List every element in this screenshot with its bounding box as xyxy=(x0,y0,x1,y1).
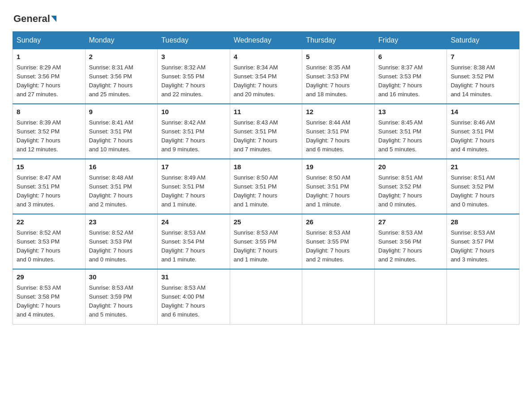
day-number: 28 xyxy=(450,217,515,227)
calendar-cell: 30Sunrise: 8:53 AMSunset: 3:59 PMDayligh… xyxy=(85,269,158,324)
day-info: Sunrise: 8:35 AMSunset: 3:53 PMDaylight:… xyxy=(306,64,350,98)
calendar-cell: 17Sunrise: 8:49 AMSunset: 3:51 PMDayligh… xyxy=(158,159,230,214)
day-info: Sunrise: 8:53 AMSunset: 3:55 PMDaylight:… xyxy=(306,229,350,263)
calendar-cell: 24Sunrise: 8:53 AMSunset: 3:54 PMDayligh… xyxy=(158,214,230,269)
day-info: Sunrise: 8:32 AMSunset: 3:55 PMDaylight:… xyxy=(161,64,206,98)
day-info: Sunrise: 8:51 AMSunset: 3:52 PMDaylight:… xyxy=(450,174,495,208)
calendar-week-row: 29Sunrise: 8:53 AMSunset: 3:58 PMDayligh… xyxy=(13,269,519,324)
calendar-cell: 2Sunrise: 8:31 AMSunset: 3:56 PMDaylight… xyxy=(85,49,158,104)
day-number: 26 xyxy=(306,217,371,227)
day-info: Sunrise: 8:49 AMSunset: 3:51 PMDaylight:… xyxy=(161,174,206,208)
calendar-cell: 20Sunrise: 8:51 AMSunset: 3:52 PMDayligh… xyxy=(374,159,447,214)
day-number: 7 xyxy=(450,52,515,62)
day-info: Sunrise: 8:29 AMSunset: 3:56 PMDaylight:… xyxy=(17,64,61,98)
day-info: Sunrise: 8:53 AMSunset: 3:54 PMDaylight:… xyxy=(161,229,206,263)
day-number: 15 xyxy=(17,162,82,172)
day-number: 9 xyxy=(89,107,154,117)
calendar-cell: 16Sunrise: 8:48 AMSunset: 3:51 PMDayligh… xyxy=(85,159,158,214)
day-number: 14 xyxy=(450,107,515,117)
day-info: Sunrise: 8:50 AMSunset: 3:51 PMDaylight:… xyxy=(234,174,278,208)
calendar-cell xyxy=(374,269,447,324)
calendar-cell: 29Sunrise: 8:53 AMSunset: 3:58 PMDayligh… xyxy=(13,269,86,324)
calendar-cell: 26Sunrise: 8:53 AMSunset: 3:55 PMDayligh… xyxy=(302,214,375,269)
day-number: 6 xyxy=(378,52,443,62)
day-info: Sunrise: 8:48 AMSunset: 3:51 PMDaylight:… xyxy=(89,174,133,208)
day-number: 22 xyxy=(17,217,82,227)
day-info: Sunrise: 8:53 AMSunset: 3:57 PMDaylight:… xyxy=(450,229,495,263)
day-info: Sunrise: 8:52 AMSunset: 3:53 PMDaylight:… xyxy=(89,229,133,263)
logo: General xyxy=(13,13,56,24)
calendar-cell: 28Sunrise: 8:53 AMSunset: 3:57 PMDayligh… xyxy=(447,214,519,269)
day-number: 30 xyxy=(89,272,154,283)
day-info: Sunrise: 8:51 AMSunset: 3:52 PMDaylight:… xyxy=(378,174,423,208)
calendar-cell: 7Sunrise: 8:38 AMSunset: 3:52 PMDaylight… xyxy=(447,49,519,104)
day-number: 12 xyxy=(306,107,371,117)
day-number: 8 xyxy=(17,107,82,117)
calendar-cell: 18Sunrise: 8:50 AMSunset: 3:51 PMDayligh… xyxy=(230,159,302,214)
day-number: 1 xyxy=(17,52,82,62)
weekday-header-monday: Monday xyxy=(85,32,158,49)
weekday-header-thursday: Thursday xyxy=(302,32,375,49)
day-number: 18 xyxy=(234,162,299,172)
calendar-cell: 23Sunrise: 8:52 AMSunset: 3:53 PMDayligh… xyxy=(85,214,158,269)
day-info: Sunrise: 8:31 AMSunset: 3:56 PMDaylight:… xyxy=(89,64,133,98)
day-info: Sunrise: 8:46 AMSunset: 3:51 PMDaylight:… xyxy=(450,119,495,153)
day-info: Sunrise: 8:41 AMSunset: 3:51 PMDaylight:… xyxy=(89,119,133,153)
day-info: Sunrise: 8:42 AMSunset: 3:51 PMDaylight:… xyxy=(161,119,206,153)
calendar-week-row: 22Sunrise: 8:52 AMSunset: 3:53 PMDayligh… xyxy=(13,214,519,269)
day-info: Sunrise: 8:53 AMSunset: 3:59 PMDaylight:… xyxy=(89,284,133,318)
calendar-cell: 31Sunrise: 8:53 AMSunset: 4:00 PMDayligh… xyxy=(158,269,230,324)
day-number: 29 xyxy=(17,272,82,283)
day-info: Sunrise: 8:37 AMSunset: 3:53 PMDaylight:… xyxy=(378,64,423,98)
day-number: 21 xyxy=(450,162,515,172)
calendar-cell: 13Sunrise: 8:45 AMSunset: 3:51 PMDayligh… xyxy=(374,104,447,159)
calendar-week-row: 1Sunrise: 8:29 AMSunset: 3:56 PMDaylight… xyxy=(13,49,519,104)
calendar-cell: 21Sunrise: 8:51 AMSunset: 3:52 PMDayligh… xyxy=(447,159,519,214)
calendar-cell: 12Sunrise: 8:44 AMSunset: 3:51 PMDayligh… xyxy=(302,104,375,159)
day-info: Sunrise: 8:38 AMSunset: 3:52 PMDaylight:… xyxy=(450,64,495,98)
day-number: 10 xyxy=(161,107,226,117)
calendar-cell: 6Sunrise: 8:37 AMSunset: 3:53 PMDaylight… xyxy=(374,49,447,104)
calendar-cell: 4Sunrise: 8:34 AMSunset: 3:54 PMDaylight… xyxy=(230,49,302,104)
page-header: General xyxy=(9,9,523,24)
day-info: Sunrise: 8:53 AMSunset: 3:56 PMDaylight:… xyxy=(378,229,423,263)
calendar-cell xyxy=(230,269,302,324)
day-number: 13 xyxy=(378,107,443,117)
logo-general: General xyxy=(13,13,50,24)
day-info: Sunrise: 8:52 AMSunset: 3:53 PMDaylight:… xyxy=(17,229,61,263)
calendar-cell: 25Sunrise: 8:53 AMSunset: 3:55 PMDayligh… xyxy=(230,214,302,269)
day-info: Sunrise: 8:34 AMSunset: 3:54 PMDaylight:… xyxy=(234,64,278,98)
day-info: Sunrise: 8:53 AMSunset: 3:55 PMDaylight:… xyxy=(234,229,278,263)
day-number: 4 xyxy=(234,52,299,62)
calendar-cell: 3Sunrise: 8:32 AMSunset: 3:55 PMDaylight… xyxy=(158,49,230,104)
calendar-cell: 1Sunrise: 8:29 AMSunset: 3:56 PMDaylight… xyxy=(13,49,86,104)
calendar-cell xyxy=(302,269,375,324)
day-number: 25 xyxy=(234,217,299,227)
day-number: 2 xyxy=(89,52,154,62)
logo-arrow-icon xyxy=(51,16,56,22)
day-info: Sunrise: 8:45 AMSunset: 3:51 PMDaylight:… xyxy=(378,119,423,153)
day-number: 19 xyxy=(306,162,371,172)
calendar-cell: 14Sunrise: 8:46 AMSunset: 3:51 PMDayligh… xyxy=(447,104,519,159)
weekday-header-wednesday: Wednesday xyxy=(230,32,302,49)
day-info: Sunrise: 8:39 AMSunset: 3:52 PMDaylight:… xyxy=(17,119,61,153)
day-info: Sunrise: 8:50 AMSunset: 3:51 PMDaylight:… xyxy=(306,174,350,208)
calendar-cell: 10Sunrise: 8:42 AMSunset: 3:51 PMDayligh… xyxy=(158,104,230,159)
calendar-cell: 8Sunrise: 8:39 AMSunset: 3:52 PMDaylight… xyxy=(13,104,86,159)
calendar-week-row: 8Sunrise: 8:39 AMSunset: 3:52 PMDaylight… xyxy=(13,104,519,159)
weekday-header-tuesday: Tuesday xyxy=(158,32,230,49)
calendar-cell: 5Sunrise: 8:35 AMSunset: 3:53 PMDaylight… xyxy=(302,49,375,104)
calendar-cell: 15Sunrise: 8:47 AMSunset: 3:51 PMDayligh… xyxy=(13,159,86,214)
weekday-header-sunday: Sunday xyxy=(13,32,86,49)
day-number: 27 xyxy=(378,217,443,227)
calendar-cell: 9Sunrise: 8:41 AMSunset: 3:51 PMDaylight… xyxy=(85,104,158,159)
calendar-cell: 22Sunrise: 8:52 AMSunset: 3:53 PMDayligh… xyxy=(13,214,86,269)
day-number: 20 xyxy=(378,162,443,172)
day-number: 11 xyxy=(234,107,299,117)
calendar-cell: 11Sunrise: 8:43 AMSunset: 3:51 PMDayligh… xyxy=(230,104,302,159)
day-number: 5 xyxy=(306,52,371,62)
calendar-cell: 27Sunrise: 8:53 AMSunset: 3:56 PMDayligh… xyxy=(374,214,447,269)
calendar-cell xyxy=(447,269,519,324)
day-number: 23 xyxy=(89,217,154,227)
day-info: Sunrise: 8:53 AMSunset: 4:00 PMDaylight:… xyxy=(161,284,206,318)
